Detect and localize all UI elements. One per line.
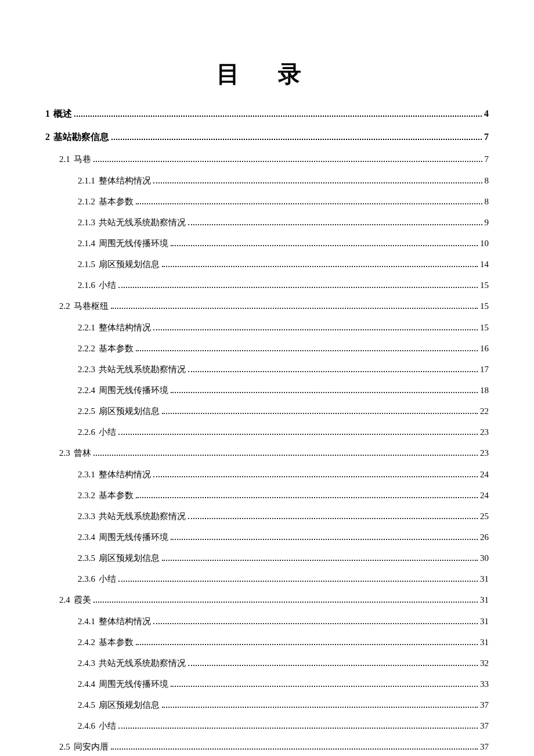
toc-entry[interactable]: 2.1.1整体结构情况8 [78, 174, 489, 188]
toc-entry-number: 2.3.2 [78, 488, 95, 502]
toc-entry-page: 9 [485, 215, 489, 229]
toc-entry-page: 24 [480, 488, 489, 502]
toc-leader-dots [93, 157, 482, 162]
toc-entry-page: 14 [480, 257, 489, 271]
toc-entry-label: 周围无线传播环境 [99, 383, 168, 397]
toc-leader-dots [74, 111, 482, 117]
toc-entry-label: 共站无线系统勘察情况 [99, 215, 186, 229]
toc-entry-page: 33 [480, 677, 489, 691]
toc-entry[interactable]: 2.1.5扇区预规划信息14 [78, 257, 489, 271]
toc-entry-number: 2.1.6 [78, 278, 95, 292]
toc-entry-number: 2.3.5 [78, 551, 95, 565]
toc-entry[interactable]: 2.3.4周围无线传播环境26 [78, 530, 489, 544]
toc-entry-label: 整体结构情况 [99, 614, 151, 628]
toc-entry[interactable]: 2.3.1整体结构情况24 [78, 467, 489, 481]
toc-entry-label: 基本参数 [99, 635, 134, 649]
toc-entry[interactable]: 2.2.4周围无线传播环境18 [78, 383, 489, 397]
toc-entry[interactable]: 2.1马巷7 [59, 152, 489, 166]
toc-entry-label: 共站无线系统勘察情况 [99, 362, 186, 376]
toc-entry-number: 2.1.4 [78, 236, 95, 250]
toc-entry-number: 2 [45, 129, 50, 145]
toc-entry[interactable]: 2.4.1整体结构情况31 [78, 614, 489, 628]
toc-entry-page: 31 [480, 572, 489, 586]
toc-leader-dots [153, 325, 478, 330]
toc-entry-number: 2.4.3 [78, 656, 95, 670]
toc-entry[interactable]: 2.3.2基本参数24 [78, 488, 489, 502]
toc-entry[interactable]: 2.2.3共站无线系统勘察情况17 [78, 362, 489, 376]
toc-leader-dots [118, 430, 478, 435]
toc-entry-page: 25 [480, 509, 489, 523]
toc-entry[interactable]: 1概述4 [45, 106, 489, 121]
toc-entry[interactable]: 2.4.4周围无线传播环境33 [78, 677, 489, 691]
toc-entry-page: 7 [485, 152, 489, 166]
toc-entry-number: 2.4.2 [78, 635, 95, 649]
toc-entry[interactable]: 2.3.5扇区预规划信息30 [78, 551, 489, 565]
toc-entry-label: 曾林 [74, 446, 91, 460]
toc-entry-label: 周围无线传播环境 [99, 530, 168, 544]
toc-entry-number: 2.3 [59, 446, 70, 460]
toc-entry-number: 2.2.2 [78, 341, 95, 355]
toc-entry[interactable]: 2.4.6小结37 [78, 719, 489, 733]
toc-entry-number: 2.2.3 [78, 362, 95, 376]
toc-entry-page: 37 [480, 740, 489, 754]
toc-leader-dots [136, 199, 482, 204]
toc-entry[interactable]: 2.2.1整体结构情况15 [78, 321, 489, 334]
toc-title: 目 录 [45, 58, 489, 90]
toc-entry-label: 小结 [99, 425, 116, 439]
toc-entry-page: 22 [480, 404, 489, 418]
toc-entry-label: 整体结构情况 [99, 321, 151, 334]
toc-entry-label: 基本参数 [99, 488, 134, 502]
toc-entry-number: 2.4.4 [78, 677, 95, 691]
toc-entry-number: 2.1.3 [78, 215, 95, 229]
toc-entry-page: 15 [480, 321, 489, 334]
toc-entry-label: 共站无线系统勘察情况 [99, 509, 186, 523]
toc-entry-number: 2.1.2 [78, 195, 95, 208]
toc-entry[interactable]: 2基站勘察信息7 [45, 129, 489, 145]
toc-entry[interactable]: 2.1.6小结15 [78, 278, 489, 292]
toc-entry[interactable]: 2.2.5扇区预规划信息22 [78, 404, 489, 418]
toc-leader-dots [111, 304, 478, 309]
toc-entry-page: 23 [480, 446, 489, 460]
toc-entry[interactable]: 2.3.3共站无线系统勘察情况25 [78, 509, 489, 523]
toc-entry[interactable]: 2.2马巷枢纽15 [59, 299, 489, 313]
toc-entry-number: 2.3.6 [78, 572, 95, 586]
toc-leader-dots [118, 723, 478, 729]
toc-entry-label: 整体结构情况 [99, 467, 151, 481]
toc-entry[interactable]: 2.1.4周围无线传播环境10 [78, 236, 489, 250]
toc-entry-page: 10 [480, 236, 489, 250]
toc-entry-number: 2.2.5 [78, 404, 95, 418]
toc-entry-label: 小结 [99, 278, 116, 292]
toc-leader-dots [162, 409, 478, 414]
toc-leader-dots [111, 134, 482, 140]
toc-entry[interactable]: 2.3.6小结31 [78, 572, 489, 586]
toc-entry-page: 31 [480, 593, 489, 607]
toc-entry[interactable]: 2.4霞美31 [59, 593, 489, 607]
toc-entry-page: 16 [480, 341, 489, 355]
toc-entry-label: 概述 [53, 106, 72, 121]
toc-leader-dots [136, 346, 478, 351]
toc-entry-page: 26 [480, 530, 489, 544]
toc-entry-label: 马巷 [74, 152, 91, 166]
toc-entry[interactable]: 2.4.2基本参数31 [78, 635, 489, 649]
toc-entry[interactable]: 2.2.6小结23 [78, 425, 489, 439]
toc-entry-page: 32 [480, 656, 489, 670]
toc-entry-number: 2.4.5 [78, 698, 95, 712]
toc-entry-label: 整体结构情况 [99, 174, 151, 188]
toc-entry-label: 扇区预规划信息 [99, 551, 160, 565]
toc-entry-label: 周围无线传播环境 [99, 677, 168, 691]
toc-entry-number: 2.1 [59, 152, 70, 166]
toc-entry[interactable]: 2.4.3共站无线系统勘察情况32 [78, 656, 489, 670]
toc-entry[interactable]: 2.5同安内厝37 [59, 740, 489, 754]
toc-entry[interactable]: 2.4.5扇区预规划信息37 [78, 698, 489, 712]
toc-entry-label: 基本参数 [99, 341, 134, 355]
toc-entry-label: 小结 [99, 719, 116, 733]
toc-entry-page: 8 [485, 174, 489, 188]
toc-entry-number: 2.1.1 [78, 174, 95, 188]
toc-entry-label: 扇区预规划信息 [99, 257, 160, 271]
toc-entry-label: 扇区预规划信息 [99, 404, 160, 418]
toc-entry[interactable]: 2.3曾林23 [59, 446, 489, 460]
toc-entry-label: 基本参数 [99, 195, 134, 208]
toc-entry[interactable]: 2.1.3共站无线系统勘察情况9 [78, 215, 489, 229]
toc-entry[interactable]: 2.1.2基本参数8 [78, 195, 489, 208]
toc-entry[interactable]: 2.2.2基本参数16 [78, 341, 489, 355]
